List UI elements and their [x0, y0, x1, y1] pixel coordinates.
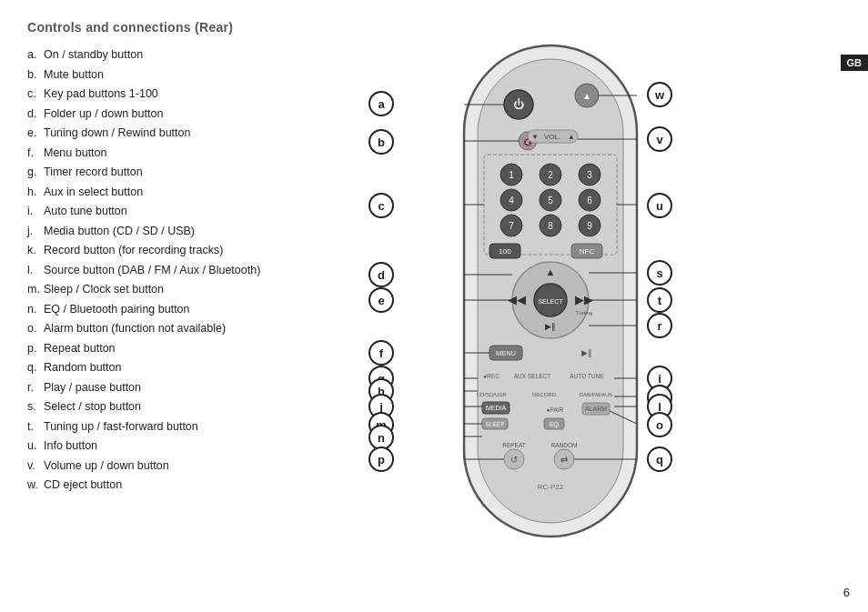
- svg-text:●REC: ●REC: [483, 373, 500, 379]
- svg-text:RC-P22: RC-P22: [538, 483, 564, 491]
- label-f: f: [368, 340, 394, 366]
- list-item: g.Timer record button: [27, 163, 260, 183]
- svg-text:9: 9: [587, 221, 592, 231]
- list-item: i.Auto tune button: [27, 202, 260, 222]
- label-u: u: [647, 193, 672, 218]
- list-item: l.Source button (DAB / FM / Aux / Blueto…: [27, 261, 260, 281]
- list-item: b.Mute button: [27, 65, 260, 85]
- svg-text:MEDIA: MEDIA: [486, 405, 507, 411]
- label-p: p: [368, 446, 394, 472]
- svg-text:▶‖: ▶‖: [581, 348, 592, 357]
- list-item: r.Play / pause button: [27, 378, 260, 398]
- list-item: s.Select / stop button: [27, 397, 260, 417]
- controls-list: a.On / standby buttonb.Mute buttonc.Key …: [27, 45, 260, 496]
- list-item: c.Key pad buttons 1-100: [27, 85, 260, 105]
- svg-text:Tuning: Tuning: [576, 310, 592, 316]
- list-item: h.Aux in select button: [27, 183, 260, 203]
- label-o: o: [647, 412, 672, 437]
- page-number: 6: [843, 586, 850, 599]
- list-item: u.Info button: [27, 436, 260, 456]
- svg-text:8: 8: [548, 221, 553, 231]
- remote-diagram: ⏻ ▲ 🔇 VOL. ▼ ▲ 1 2 3 4 5 6 7 8 9 100 NFC: [409, 36, 691, 555]
- svg-text:CD/SD/USB: CD/SD/USB: [477, 392, 507, 397]
- label-b: b: [368, 129, 394, 155]
- svg-text:RANDOM: RANDOM: [551, 442, 578, 448]
- svg-text:●PAIR: ●PAIR: [547, 406, 564, 413]
- svg-text:SELECT: SELECT: [538, 298, 563, 305]
- svg-text:NFC: NFC: [580, 247, 595, 256]
- svg-text:EQ: EQ: [550, 421, 560, 428]
- svg-text:AUX SELECT: AUX SELECT: [514, 373, 550, 379]
- list-item: n.EQ / Bluetooth pairing button: [27, 300, 260, 320]
- svg-text:7: 7: [509, 221, 514, 231]
- svg-text:RECORD: RECORD: [532, 392, 557, 397]
- label-d: d: [368, 262, 394, 287]
- list-item: m.Sleep / Clock set button: [27, 280, 260, 300]
- svg-text:DAB/FM/AUX: DAB/FM/AUX: [580, 392, 613, 397]
- label-r: r: [647, 313, 672, 338]
- list-item: k.Record button (for recording tracks): [27, 241, 260, 261]
- list-item: e.Tuning down / Rewind button: [27, 124, 260, 144]
- svg-text:▲: ▲: [568, 133, 575, 141]
- svg-text:VOL.: VOL.: [544, 133, 560, 141]
- svg-text:MENU: MENU: [496, 349, 516, 357]
- list-item: w.CD eject button: [27, 476, 260, 496]
- page-title: Controls and connections (Rear): [27, 20, 233, 35]
- svg-text:▲: ▲: [582, 91, 591, 101]
- svg-text:ALARM: ALARM: [585, 406, 607, 412]
- label-q: q: [647, 446, 672, 472]
- svg-text:5: 5: [548, 196, 553, 206]
- svg-text:6: 6: [587, 196, 592, 206]
- svg-text:⇄: ⇄: [560, 455, 568, 465]
- list-item: v.Volume up / down button: [27, 456, 260, 477]
- label-t: t: [647, 287, 672, 313]
- list-item: d.Folder up / down button: [27, 105, 260, 125]
- svg-text:▲: ▲: [546, 266, 556, 277]
- svg-text:▶‖: ▶‖: [545, 322, 556, 331]
- list-item: t.Tuning up / fast-forward button: [27, 417, 260, 437]
- svg-text:100: 100: [499, 247, 511, 256]
- list-item: a.On / standby button: [27, 45, 260, 65]
- svg-text:3: 3: [587, 170, 592, 180]
- svg-text:REPEAT: REPEAT: [502, 442, 526, 448]
- label-e: e: [368, 287, 394, 313]
- label-c: c: [368, 193, 394, 218]
- label-a: a: [368, 91, 394, 116]
- svg-text:⏻: ⏻: [513, 98, 524, 111]
- svg-text:2: 2: [548, 170, 553, 180]
- label-s: s: [647, 260, 672, 286]
- language-badge: GB: [841, 55, 869, 71]
- list-item: o.Alarm button (function not available): [27, 319, 260, 339]
- svg-text:AUTO TUNE: AUTO TUNE: [570, 373, 604, 379]
- svg-text:SLEEP: SLEEP: [486, 421, 505, 427]
- list-item: j.Media button (CD / SD / USB): [27, 222, 260, 242]
- label-v: v: [647, 126, 672, 152]
- label-w: w: [647, 82, 672, 107]
- svg-text:↺: ↺: [510, 455, 518, 465]
- list-item: p.Repeat button: [27, 339, 260, 359]
- list-item: q.Random button: [27, 358, 260, 378]
- svg-text:4: 4: [509, 196, 514, 206]
- svg-text:▼: ▼: [531, 133, 539, 141]
- svg-text:1: 1: [509, 170, 514, 180]
- list-item: f.Menu button: [27, 144, 260, 164]
